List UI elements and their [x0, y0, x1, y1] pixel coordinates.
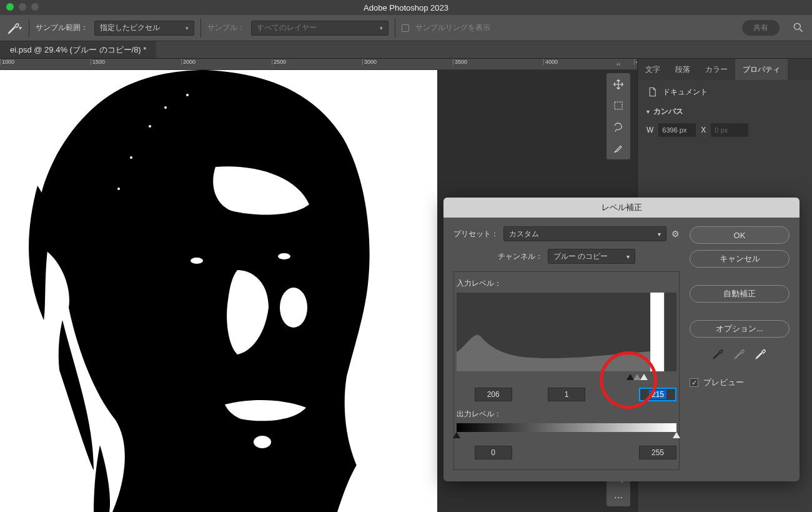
sample-size-dropdown[interactable]: 指定したピクセル ▾ — [94, 21, 194, 36]
collapse-panels-button[interactable]: ‹‹ — [606, 59, 631, 69]
output-slider-track[interactable] — [457, 432, 676, 442]
panel-tabs: 文字 段落 カラー プロパティ — [638, 59, 812, 80]
levels-dialog[interactable]: レベル補正 プリセット： カスタム▾ ⚙ チャンネル： ブルー のコピー▾ — [443, 198, 800, 481]
input-levels-label: 入力レベル： — [457, 278, 676, 289]
work-area: 1000150020002500300035004000450050005500… — [0, 59, 812, 512]
svg-point-8 — [164, 106, 167, 109]
svg-point-10 — [130, 156, 132, 159]
svg-point-9 — [186, 94, 189, 96]
zoom-window-button[interactable] — [31, 3, 39, 11]
white-eyedropper-icon[interactable] — [755, 348, 767, 362]
preview-label: プレビュー — [703, 377, 744, 388]
svg-point-0 — [794, 23, 800, 29]
contextual-toolbar-top — [606, 73, 631, 160]
dialog-title[interactable]: レベル補正 — [443, 198, 800, 218]
output-white-slider[interactable] — [673, 432, 680, 438]
canvas-section-header[interactable]: ▾ カンバス — [646, 106, 803, 117]
tab-paragraph[interactable]: 段落 — [668, 59, 698, 80]
svg-point-11 — [117, 188, 120, 190]
svg-point-5 — [191, 258, 203, 264]
preset-dropdown[interactable]: カスタム▾ — [503, 226, 666, 241]
sample-dropdown[interactable]: すべてのレイヤー ▾ — [251, 21, 389, 36]
preset-label: プリセット： — [453, 229, 498, 239]
share-button[interactable]: 共有 — [742, 20, 780, 36]
width-label: W — [646, 126, 653, 134]
sample-size-label: サンプル範囲： — [36, 23, 88, 33]
width-field[interactable]: 6396 px — [658, 123, 696, 137]
move-icon[interactable] — [611, 77, 626, 92]
options-button[interactable]: オプション... — [690, 320, 790, 338]
channel-dropdown[interactable]: ブルー のコピー▾ — [548, 249, 635, 264]
document-tab-row: ei.psd @ 29.4% (ブルー のコピー/8) * — [0, 41, 812, 59]
channel-label: チャンネル： — [498, 251, 543, 262]
window-controls[interactable] — [6, 3, 39, 11]
gray-eyedropper-icon[interactable] — [733, 348, 746, 362]
document-canvas[interactable] — [0, 70, 437, 512]
output-white-field[interactable]: 255 — [639, 446, 676, 459]
input-gamma-field[interactable]: 1 — [548, 388, 585, 401]
app-title: Adobe Photoshop 2023 — [364, 3, 448, 13]
input-white-field[interactable]: 215 — [639, 388, 676, 401]
properties-doc-header: ドキュメント — [663, 87, 708, 98]
lasso-icon[interactable] — [611, 119, 626, 134]
brush-icon[interactable] — [611, 141, 626, 156]
gear-icon[interactable]: ⚙ — [671, 229, 680, 239]
close-window-button[interactable] — [6, 3, 14, 11]
svg-point-7 — [149, 125, 151, 128]
svg-rect-16 — [650, 293, 664, 371]
output-black-field[interactable]: 0 — [475, 446, 512, 459]
options-bar: ▾ サンプル範囲： 指定したピクセル ▾ サンプル： すべてのレイヤー ▾ サン… — [0, 15, 812, 41]
auto-button[interactable]: 自動補正 — [690, 285, 790, 303]
tab-properties[interactable]: プロパティ — [735, 59, 788, 80]
marquee-icon[interactable] — [611, 98, 626, 113]
x-field[interactable]: 0 px — [711, 123, 748, 137]
eyedropper-tool-icon[interactable]: ▾ — [6, 20, 22, 36]
tab-color[interactable]: カラー — [698, 59, 735, 80]
svg-point-6 — [278, 253, 290, 259]
white-point-slider[interactable] — [640, 374, 648, 380]
sampling-ring-checkbox[interactable] — [402, 24, 409, 32]
output-levels-label: 出力レベル： — [457, 409, 676, 419]
minimize-window-button[interactable] — [19, 3, 26, 11]
svg-rect-12 — [615, 102, 622, 109]
black-eyedropper-icon[interactable] — [712, 348, 725, 362]
input-histogram[interactable] — [457, 293, 676, 371]
more-icon[interactable]: ⋯ — [614, 493, 623, 503]
input-slider-track[interactable] — [457, 374, 676, 384]
svg-point-3 — [280, 288, 307, 328]
ok-button[interactable]: OK — [690, 226, 790, 244]
cancel-button[interactable]: キャンセル — [690, 250, 790, 268]
x-label: X — [701, 126, 706, 134]
search-icon[interactable] — [792, 21, 806, 35]
sample-label: サンプル： — [207, 23, 245, 33]
svg-line-1 — [800, 29, 803, 31]
sampling-ring-label: サンプルリングを表示 — [415, 23, 490, 33]
tab-character[interactable]: 文字 — [638, 59, 668, 80]
output-black-slider[interactable] — [453, 432, 460, 438]
svg-point-4 — [254, 436, 271, 448]
title-bar: Adobe Photoshop 2023 — [0, 0, 812, 15]
document-icon — [646, 86, 658, 98]
output-gradient[interactable] — [457, 423, 676, 432]
document-tab[interactable]: ei.psd @ 29.4% (ブルー のコピー/8) * — [0, 41, 156, 58]
input-black-field[interactable]: 206 — [475, 388, 512, 401]
preview-checkbox[interactable]: ✓ — [690, 378, 698, 387]
